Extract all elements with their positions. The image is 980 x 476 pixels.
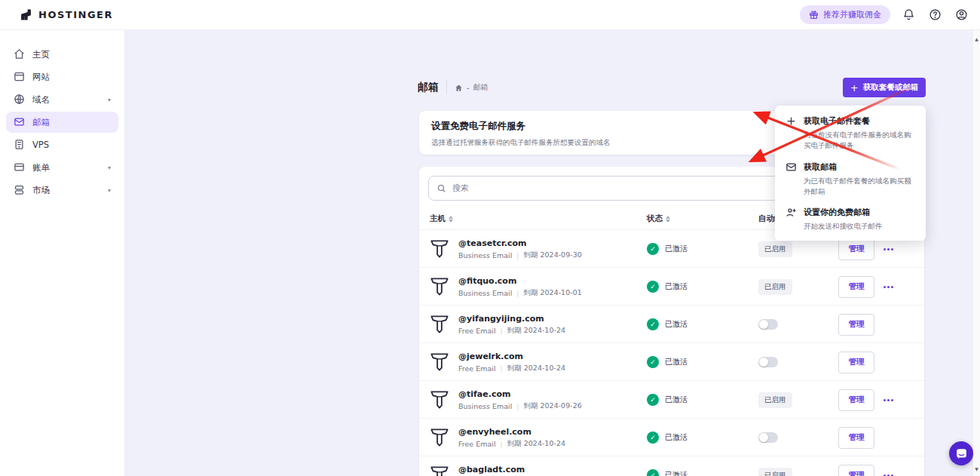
menu-item-1[interactable]: 获取电子邮件套餐 为当前没有电子邮件服务的域名购买电子邮件服务 [786, 115, 915, 152]
cta-label: 获取套餐或邮箱 [863, 82, 919, 93]
titan-email-logo-icon [428, 275, 451, 298]
manage-button[interactable]: 管理 [838, 352, 874, 373]
table-row: @jewelrk.com Free Email | 到期 2024-10-24 … [419, 342, 924, 380]
domain-name[interactable]: @fitquo.com [458, 276, 582, 286]
sort-icon [666, 216, 670, 223]
sidebar-item-label: 网站 [32, 72, 111, 83]
search-icon [436, 183, 446, 193]
get-plan-dropdown-menu: 获取电子邮件套餐 为当前没有电子邮件服务的域名购买电子邮件服务 获取邮箱 为已有… [775, 106, 926, 241]
browser-icon [14, 71, 26, 83]
manage-button[interactable]: 管理 [838, 238, 874, 260]
sidebar-item-marketplace[interactable]: 市场 ▾ [6, 180, 118, 201]
domain-name[interactable]: @teasetcr.com [458, 238, 582, 248]
plus-icon [786, 115, 797, 127]
manage-button[interactable]: 管理 [838, 276, 874, 298]
get-plan-or-mailbox-button[interactable]: + 获取套餐或邮箱 [843, 78, 926, 97]
toggle-knob [759, 358, 768, 367]
table-rows: @teasetcr.com Business Email | 到期 2024-0… [419, 229, 924, 476]
scroll-up-icon[interactable]: ▲ [974, 36, 979, 41]
chevron-down-icon: ▾ [108, 187, 111, 194]
referral-button[interactable]: 推荐并赚取佣金 [800, 5, 890, 24]
table-row: @tifae.com Business Email | 到期 2024-09-2… [419, 380, 924, 418]
vertical-scrollbar[interactable]: ▲ ▼ [973, 30, 980, 476]
help-icon[interactable] [926, 7, 943, 23]
domain-name[interactable]: @yifangyijing.com [458, 314, 565, 324]
titan-email-logo-icon [428, 426, 451, 449]
manage-button[interactable]: 管理 [838, 427, 874, 449]
logo-text: HOSTINGER [38, 9, 113, 20]
sidebar-item-vps[interactable]: VPS ▾ [6, 134, 118, 155]
domain-name[interactable]: @jewelrk.com [458, 352, 565, 361]
scroll-down-icon[interactable]: ▼ [974, 466, 979, 471]
marketplace-icon [14, 184, 26, 196]
table-row: @fitquo.com Business Email | 到期 2024-10-… [419, 267, 924, 305]
menu-item-description: 为当前没有电子邮件服务的域名购买电子邮件服务 [804, 130, 915, 152]
sidebar-item-label: VPS [32, 140, 111, 150]
titan-email-logo-icon [428, 313, 451, 336]
auto-renew-toggle[interactable] [758, 432, 778, 443]
live-chat-button[interactable] [949, 441, 973, 465]
hostinger-logo[interactable]: HOSTINGER [20, 8, 113, 21]
menu-item-description: 开始发送和接收电子邮件 [804, 221, 915, 232]
auto-renew-toggle[interactable] [758, 357, 778, 367]
status-active-check-icon: ✓ [647, 431, 659, 444]
plan-label: Business Email [458, 289, 512, 297]
sidebar-item-label: 主页 [32, 49, 111, 60]
menu-item-3[interactable]: 设置你的免费邮箱 开始发送和接收电子邮件 [786, 207, 915, 232]
status-label: 已激活 [665, 395, 688, 405]
plan-label: Free Email [458, 440, 496, 448]
breadcrumb-current: 邮箱 [473, 82, 488, 93]
manage-button[interactable]: 管理 [838, 465, 874, 476]
server-icon [14, 139, 26, 151]
plan-label: Free Email [458, 364, 496, 373]
account-icon[interactable] [953, 7, 969, 23]
auto-renew-badge: 已启用 [758, 392, 792, 408]
sidebar-item-domains[interactable]: 域名 ▾ [6, 89, 118, 110]
domain-name[interactable]: @bagladt.com [458, 465, 582, 474]
auto-renew-toggle[interactable] [758, 319, 778, 330]
toggle-knob [759, 320, 768, 329]
more-options-button[interactable] [884, 399, 893, 401]
menu-item-2[interactable]: 获取邮箱 为已有电子邮件套餐的域名购买额外邮箱 [786, 161, 915, 198]
domain-name[interactable]: @tifae.com [458, 389, 582, 399]
breadcrumb-separator: - [467, 84, 470, 92]
menu-item-title: 获取电子邮件套餐 [804, 115, 870, 127]
hostinger-logo-icon [20, 8, 32, 21]
table-row: @bagladt.com Business Email | 到期 2024-09… [419, 456, 924, 476]
chevron-down-icon: ▾ [108, 164, 111, 171]
column-header-2[interactable]: 状态 [647, 213, 670, 224]
sidebar-item-emails[interactable]: 邮箱 ▾ [6, 112, 118, 133]
domain-name[interactable]: @envyheel.com [458, 427, 565, 437]
sidebar-item-websites[interactable]: 网站 ▾ [6, 66, 118, 88]
titan-email-logo-icon [428, 464, 451, 476]
status-active-check-icon: ✓ [647, 318, 659, 330]
mail-icon [14, 116, 26, 128]
sidebar-item-label: 域名 [32, 94, 101, 106]
manage-button[interactable]: 管理 [838, 389, 874, 411]
status-label: 已激活 [665, 470, 688, 476]
sidebar-item-label: 账单 [32, 162, 101, 174]
sidebar-item-home[interactable]: 主页 ▾ [6, 44, 118, 65]
expiry-date: 到期 2024-10-24 [507, 439, 565, 449]
sidebar-item-label: 市场 [32, 185, 101, 196]
status-label: 已激活 [665, 432, 688, 443]
plus-icon: + [850, 83, 859, 93]
manage-button[interactable]: 管理 [838, 314, 874, 336]
menu-item-title: 获取邮箱 [804, 161, 837, 173]
divider: | [501, 440, 503, 448]
status-active-check-icon: ✓ [647, 469, 659, 476]
status-label: 已激活 [665, 281, 688, 292]
plan-label: Business Email [458, 251, 512, 259]
sidebar-item-billing[interactable]: 账单 ▾ [6, 157, 118, 178]
expiry-date: 到期 2024-10-24 [507, 326, 565, 336]
more-options-button[interactable] [884, 286, 893, 288]
home-icon [14, 48, 26, 60]
more-options-button[interactable] [884, 248, 893, 250]
column-header-1[interactable]: 主机 [430, 213, 453, 224]
menu-item-description: 为已有电子邮件套餐的域名购买额外邮箱 [804, 176, 915, 198]
status-active-check-icon: ✓ [647, 356, 659, 368]
notifications-bell-icon[interactable] [900, 7, 917, 23]
divider [446, 81, 447, 94]
sidebar-item-label: 邮箱 [32, 117, 111, 128]
auto-renew-badge: 已启用 [758, 279, 792, 295]
